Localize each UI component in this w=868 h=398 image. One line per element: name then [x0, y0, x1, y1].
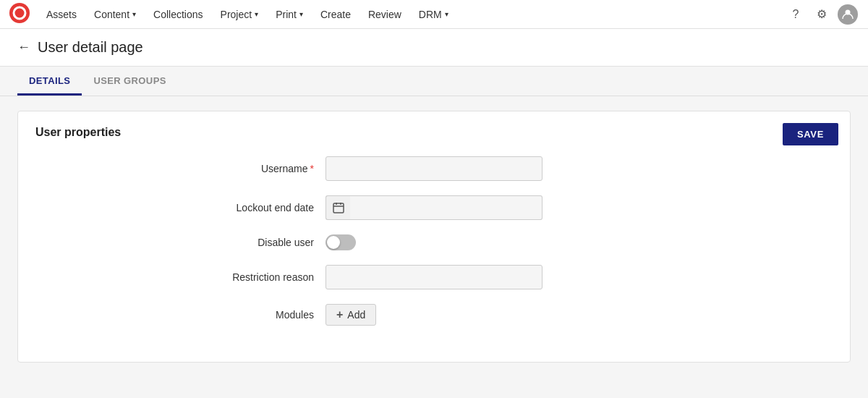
nav-drm[interactable]: DRM ▾	[412, 0, 456, 29]
nav-print[interactable]: Print ▾	[268, 0, 310, 29]
plus-icon: +	[336, 308, 343, 321]
calendar-icon[interactable]	[326, 195, 350, 220]
restriction-reason-row: Restriction reason	[181, 265, 687, 289]
top-navigation: Assets Content ▾ Collections Project ▾ P…	[0, 0, 868, 29]
page-header: ← User detail page	[0, 29, 868, 67]
settings-icon[interactable]: ⚙	[810, 3, 833, 26]
nav-collections[interactable]: Collections	[146, 0, 210, 29]
disable-user-row: Disable user	[181, 234, 687, 250]
avatar	[838, 4, 858, 25]
user-avatar[interactable]	[836, 3, 859, 26]
restriction-reason-input[interactable]	[326, 265, 542, 289]
toggle-slider	[326, 234, 356, 250]
disable-user-toggle[interactable]	[326, 234, 356, 250]
lockout-end-date-label: Lockout end date	[181, 202, 326, 213]
nav-create[interactable]: Create	[313, 0, 358, 29]
tab-details[interactable]: DETAILS	[17, 67, 82, 96]
save-button[interactable]: SAVE	[783, 123, 838, 145]
tab-user-groups[interactable]: USER GROUPS	[82, 67, 177, 96]
lockout-date-input[interactable]	[350, 195, 542, 220]
back-button[interactable]: ←	[17, 40, 30, 55]
svg-point-0	[9, 3, 30, 23]
modules-add-button[interactable]: + Add	[326, 304, 376, 326]
user-properties-card: User properties SAVE Username* Lockout e…	[17, 111, 851, 363]
disable-user-label: Disable user	[181, 237, 326, 248]
chevron-down-icon: ▾	[299, 10, 303, 18]
username-field-row: Username*	[181, 156, 687, 181]
modules-label: Modules	[181, 309, 326, 321]
username-input[interactable]	[326, 156, 542, 181]
tabs-bar: DETAILS USER GROUPS	[0, 67, 868, 96]
chevron-down-icon: ▾	[255, 10, 258, 18]
nav-project[interactable]: Project ▾	[213, 0, 266, 29]
date-wrapper	[326, 195, 542, 220]
card-title: User properties	[35, 126, 833, 139]
modules-row: Modules + Add	[181, 304, 687, 326]
lockout-end-date-row: Lockout end date	[181, 195, 687, 220]
help-icon[interactable]: ?	[784, 3, 807, 26]
chevron-down-icon: ▾	[445, 10, 448, 18]
nav-assets[interactable]: Assets	[39, 0, 84, 29]
chevron-down-icon: ▾	[132, 10, 136, 18]
nav-content[interactable]: Content ▾	[87, 0, 143, 29]
content-area: User properties SAVE Username* Lockout e…	[0, 96, 868, 377]
required-indicator: *	[310, 163, 314, 174]
svg-rect-3	[333, 203, 344, 213]
nav-review[interactable]: Review	[361, 0, 409, 29]
page-title: User detail page	[38, 39, 143, 56]
username-label: Username*	[181, 163, 326, 174]
restriction-reason-label: Restriction reason	[181, 271, 326, 283]
app-logo[interactable]	[9, 2, 36, 26]
